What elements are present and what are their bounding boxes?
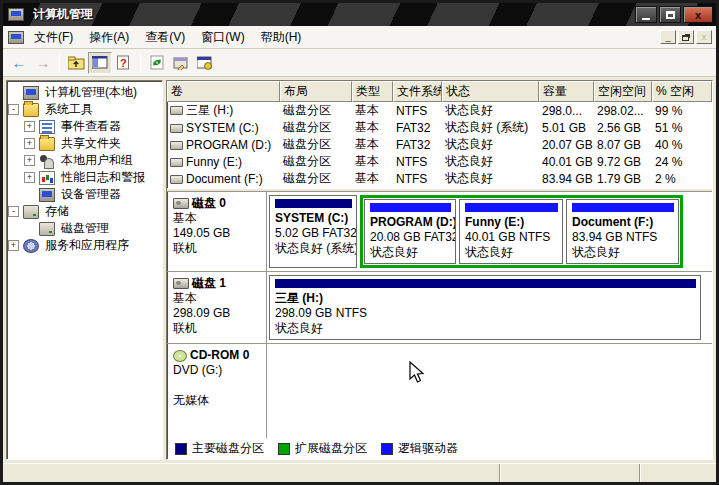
volume-row-h[interactable]: 三星 (H:) 磁盘分区 基本 NTFS 状态良好 298.0... 298.0… bbox=[167, 102, 712, 119]
free-space-cell: 2.56 GB bbox=[594, 121, 652, 135]
back-button[interactable]: ← bbox=[7, 52, 31, 74]
column-free-space[interactable]: 空闲空间 bbox=[594, 81, 652, 102]
disk-0-label[interactable]: 磁盘 0 基本 149.05 GB 联机 bbox=[167, 192, 267, 271]
tree-item-disk-management[interactable]: 磁盘管理 bbox=[8, 220, 161, 237]
console-tree-toggle-button[interactable] bbox=[88, 52, 112, 74]
tree-item-performance-logs[interactable]: + 性能日志和警报 bbox=[8, 169, 161, 186]
partition-name: SYSTEM (C:) bbox=[275, 211, 352, 226]
partition-status: 状态良好 bbox=[465, 245, 558, 260]
column-capacity[interactable]: 容量 bbox=[539, 81, 594, 102]
shared-folders-icon bbox=[39, 137, 55, 151]
menu-help[interactable]: 帮助(H) bbox=[253, 26, 310, 49]
tree-item-label: 服务和应用程序 bbox=[43, 237, 131, 254]
status-panel bbox=[640, 464, 716, 482]
tree-item-label: 本地用户和组 bbox=[59, 152, 135, 169]
tree-item-computer-management[interactable]: 计算机管理(本地) bbox=[8, 84, 161, 101]
filesystem-cell: FAT32 bbox=[393, 138, 442, 152]
close-button[interactable]: x bbox=[683, 6, 713, 23]
main-area: 计算机管理(本地) - 系统工具 + 事件查看器 + 共享文件夹 + bbox=[3, 77, 716, 463]
refresh-button[interactable] bbox=[145, 52, 169, 74]
volume-row-c[interactable]: SYSTEM (C:) 磁盘分区 基本 FAT32 状态良好 (系统) 5.01… bbox=[167, 119, 712, 136]
tree-item-local-users-groups[interactable]: + 本地用户和组 bbox=[8, 152, 161, 169]
tree-item-device-manager[interactable]: 设备管理器 bbox=[8, 186, 161, 203]
layout-cell: 磁盘分区 bbox=[280, 170, 352, 187]
column-status[interactable]: 状态 bbox=[442, 81, 539, 102]
layout-cell: 磁盘分区 bbox=[280, 102, 352, 119]
collapse-box[interactable]: - bbox=[8, 206, 19, 217]
tree-item-storage[interactable]: - 存储 bbox=[8, 203, 161, 220]
column-filesystem[interactable]: 文件系统 bbox=[393, 81, 442, 102]
type-cell: 基本 bbox=[352, 153, 393, 170]
up-level-button[interactable] bbox=[64, 52, 88, 74]
column-type[interactable]: 类型 bbox=[352, 81, 393, 102]
volume-icon bbox=[170, 158, 183, 167]
layout-cell: 磁盘分区 bbox=[280, 119, 352, 136]
tree-item-services-applications[interactable]: + 服务和应用程序 bbox=[8, 237, 161, 254]
volume-icon bbox=[170, 124, 183, 133]
menu-file[interactable]: 文件(F) bbox=[26, 26, 81, 49]
help-button[interactable]: ? bbox=[112, 52, 136, 74]
minimize-button[interactable] bbox=[635, 6, 657, 23]
menu-action[interactable]: 操作(A) bbox=[81, 26, 137, 49]
partition-program-d[interactable]: PROGRAM (D:) 20.08 GB FAT32 状态良好 bbox=[364, 199, 456, 264]
status-panel bbox=[3, 464, 500, 482]
volume-row-f[interactable]: Document (F:) 磁盘分区 基本 NTFS 状态良好 83.94 GB… bbox=[167, 170, 712, 187]
layout-cell: 磁盘分区 bbox=[280, 153, 352, 170]
free-space-cell: 1.79 GB bbox=[594, 172, 652, 186]
manage-button[interactable] bbox=[193, 52, 217, 74]
legend-primary: 主要磁盘分区 bbox=[175, 440, 264, 457]
menu-window[interactable]: 窗口(W) bbox=[193, 26, 252, 49]
partition-samsung-h[interactable]: 三星 (H:) 298.09 GB NTFS 状态良好 bbox=[269, 275, 701, 340]
status-cell: 状态良好 (系统) bbox=[442, 119, 539, 136]
partition-funny-e[interactable]: Funny (E:) 40.01 GB NTFS 状态良好 bbox=[459, 199, 563, 264]
expand-box[interactable]: + bbox=[24, 172, 35, 183]
cdrom-label[interactable]: CD-ROM 0 DVD (G:) 无媒体 bbox=[167, 344, 267, 438]
tree-item-system-tools[interactable]: - 系统工具 bbox=[8, 101, 161, 118]
volume-row-d[interactable]: PROGRAM (D:) 磁盘分区 基本 FAT32 状态良好 20.07 GB… bbox=[167, 136, 712, 153]
volume-list-header: 卷 布局 类型 文件系统 状态 容量 空闲空间 % 空闲 bbox=[167, 81, 712, 102]
tree-item-label: 事件查看器 bbox=[59, 118, 123, 135]
cdrom-row: CD-ROM 0 DVD (G:) 无媒体 bbox=[167, 344, 712, 438]
type-cell: 基本 bbox=[352, 119, 393, 136]
logical-drive-stripe bbox=[370, 203, 451, 212]
type-cell: 基本 bbox=[352, 170, 393, 187]
primary-partition-stripe bbox=[275, 279, 696, 288]
partition-status: 状态良好 bbox=[275, 321, 696, 336]
legend-extended: 扩展磁盘分区 bbox=[278, 440, 367, 457]
partition-name: 三星 (H:) bbox=[275, 291, 696, 306]
column-layout[interactable]: 布局 bbox=[280, 81, 352, 102]
partition-system-c[interactable]: SYSTEM (C:) 5.02 GB FAT32 状态良好 (系统) bbox=[269, 195, 357, 268]
free-space-cell: 8.07 GB bbox=[594, 138, 652, 152]
volume-name-cell: Funny (E:) bbox=[167, 155, 280, 169]
primary-partition-color-swatch bbox=[175, 443, 187, 455]
expand-box[interactable]: + bbox=[8, 240, 19, 251]
menu-view[interactable]: 查看(V) bbox=[137, 26, 193, 49]
tree-item-event-viewer[interactable]: + 事件查看器 bbox=[8, 118, 161, 135]
column-percent-free[interactable]: % 空闲 bbox=[652, 81, 712, 102]
properties-button[interactable] bbox=[169, 52, 193, 74]
system-tools-icon bbox=[23, 103, 39, 117]
volume-row-e[interactable]: Funny (E:) 磁盘分区 基本 NTFS 状态良好 40.01 GB 9.… bbox=[167, 153, 712, 170]
volume-icon bbox=[170, 106, 183, 115]
mdi-minimize-button[interactable]: _ bbox=[660, 30, 676, 44]
mdi-restore-icon bbox=[682, 35, 689, 41]
type-cell: 基本 bbox=[352, 136, 393, 153]
status-cell: 状态良好 bbox=[442, 136, 539, 153]
partition-status: 状态良好 bbox=[572, 245, 674, 260]
status-cell: 状态良好 bbox=[442, 153, 539, 170]
forward-button[interactable]: → bbox=[31, 52, 55, 74]
tree-item-shared-folders[interactable]: + 共享文件夹 bbox=[8, 135, 161, 152]
capacity-cell: 83.94 GB bbox=[539, 172, 594, 186]
mdi-restore-button[interactable] bbox=[678, 30, 694, 44]
maximize-button[interactable] bbox=[659, 6, 681, 23]
expand-box[interactable]: + bbox=[24, 155, 35, 166]
expand-box[interactable]: + bbox=[24, 121, 35, 132]
column-volume[interactable]: 卷 bbox=[167, 81, 280, 102]
collapse-box[interactable]: - bbox=[8, 104, 19, 115]
partition-document-f[interactable]: Document (F:) 83.94 GB NTFS 状态良好 bbox=[566, 199, 679, 264]
graphical-view: 磁盘 0 基本 149.05 GB 联机 SYSTEM (C:) 5.02 GB… bbox=[167, 192, 712, 459]
console-tree-toggle-icon bbox=[92, 56, 108, 69]
expand-box[interactable]: + bbox=[24, 138, 35, 149]
disk-1-label[interactable]: 磁盘 1 基本 298.09 GB 联机 bbox=[167, 272, 267, 343]
back-icon: ← bbox=[12, 55, 27, 70]
